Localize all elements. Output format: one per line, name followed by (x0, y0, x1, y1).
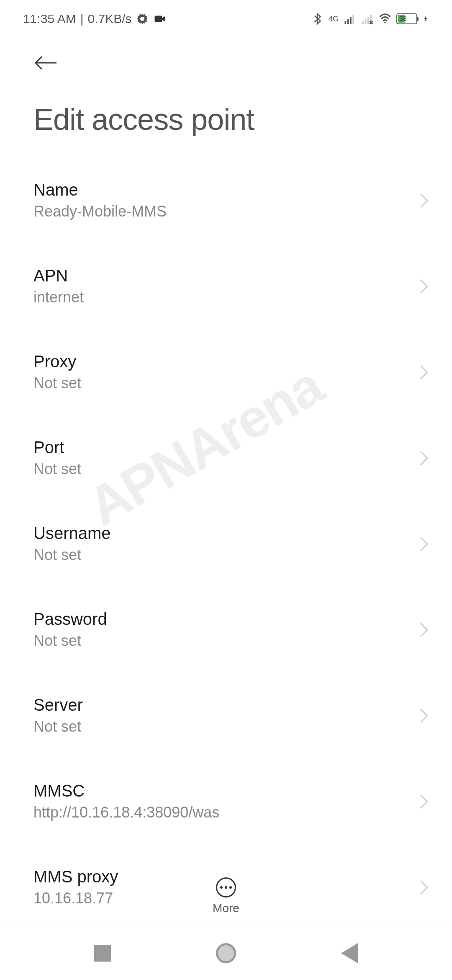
item-content: APN internet (33, 266, 419, 306)
status-sep: | (80, 12, 84, 26)
item-content: Name Ready-Mobile-MMS (33, 181, 419, 220)
settings-item-apn[interactable]: APN internet (0, 243, 452, 329)
nav-home-button[interactable] (216, 943, 236, 963)
item-title: Name (33, 181, 419, 199)
svg-rect-6 (365, 19, 367, 24)
svg-rect-5 (362, 21, 364, 24)
item-value: Not set (33, 374, 419, 392)
item-value: Not set (33, 632, 419, 650)
chevron-right-icon (419, 622, 429, 638)
chevron-right-icon (419, 536, 429, 552)
settings-item-proxy[interactable]: Proxy Not set (0, 329, 452, 415)
item-value: Ready-Mobile-MMS (33, 203, 419, 220)
back-button[interactable] (0, 38, 452, 81)
svg-rect-0 (154, 16, 162, 22)
settings-item-password[interactable]: Password Not set (0, 587, 452, 673)
chevron-right-icon (419, 707, 429, 724)
battery-percent: 38 (399, 15, 407, 23)
svg-rect-4 (352, 15, 354, 24)
item-title: Server (33, 696, 419, 714)
item-title: MMSC (33, 781, 419, 800)
svg-rect-2 (347, 19, 349, 24)
more-button[interactable]: More (0, 877, 452, 915)
settings-item-mmsc[interactable]: MMSC http://10.16.18.4:38090/was (0, 758, 452, 844)
item-title: APN (33, 266, 419, 285)
status-time: 11:35 AM (23, 12, 76, 26)
more-icon (216, 877, 236, 897)
item-value: http://10.16.18.4:38090/was (33, 804, 419, 821)
page-title: Edit access point (0, 81, 452, 157)
item-value: internet (33, 289, 419, 306)
item-title: Password (33, 610, 419, 629)
item-content: Username Not set (33, 524, 419, 564)
item-title: Proxy (33, 352, 419, 371)
nav-back-button[interactable] (341, 943, 358, 963)
item-content: Port Not set (33, 438, 419, 478)
settings-item-server[interactable]: Server Not set (0, 673, 452, 758)
chevron-right-icon (419, 278, 429, 295)
camera-icon (153, 13, 167, 25)
item-value: Not set (33, 546, 419, 564)
gear-icon (136, 13, 149, 25)
item-value: Not set (33, 460, 419, 478)
item-content: Proxy Not set (33, 352, 419, 392)
svg-rect-1 (345, 21, 347, 24)
chevron-right-icon (419, 192, 429, 209)
svg-point-9 (384, 22, 386, 23)
more-label: More (213, 902, 239, 915)
settings-list: Name Ready-Mobile-MMS APN internet Proxy… (0, 157, 452, 920)
settings-item-username[interactable]: Username Not set (0, 501, 452, 587)
battery-icon: 38 (396, 13, 417, 24)
item-content: Server Not set (33, 696, 419, 735)
settings-scroll[interactable]: Name Ready-Mobile-MMS APN internet Proxy… (0, 157, 452, 920)
chevron-right-icon (419, 450, 429, 467)
item-value: Not set (33, 718, 419, 735)
svg-rect-7 (367, 17, 369, 24)
signal-icon-1 (344, 13, 356, 25)
chevron-right-icon (419, 793, 429, 810)
arrow-left-icon (33, 54, 59, 71)
wifi-icon (379, 13, 391, 25)
chevron-right-icon (419, 364, 429, 381)
status-bar: 11:35 AM | 0.7KB/s 4G (0, 0, 452, 38)
item-title: Username (33, 524, 419, 543)
signal-icon-2 (361, 13, 374, 25)
settings-item-name[interactable]: Name Ready-Mobile-MMS (0, 157, 452, 243)
settings-item-port[interactable]: Port Not set (0, 415, 452, 501)
bluetooth-icon (311, 13, 324, 25)
status-speed: 0.7KB/s (88, 12, 132, 26)
network-type: 4G (329, 15, 339, 23)
status-right: 4G 38 (311, 13, 429, 25)
item-content: Password Not set (33, 610, 419, 650)
item-title: Port (33, 438, 419, 457)
nav-recent-button[interactable] (94, 945, 111, 962)
nav-bar (0, 926, 452, 980)
charging-icon (422, 13, 429, 25)
status-left: 11:35 AM | 0.7KB/s (23, 12, 167, 26)
item-content: MMSC http://10.16.18.4:38090/was (33, 781, 419, 821)
svg-rect-3 (350, 17, 352, 24)
